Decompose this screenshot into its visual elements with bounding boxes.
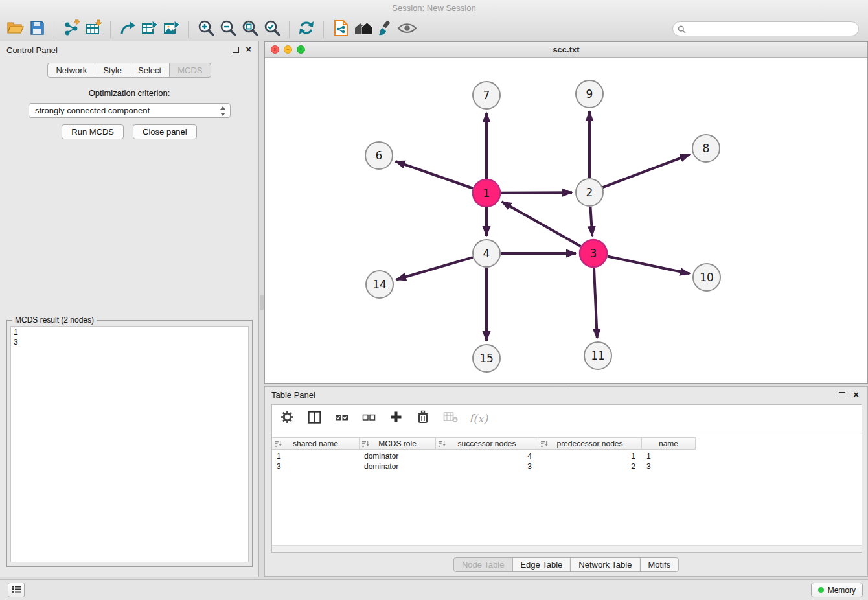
graph-node-2[interactable]: 2 bbox=[576, 179, 603, 206]
export-image-button[interactable] bbox=[161, 18, 183, 40]
import-table-button[interactable] bbox=[82, 18, 104, 40]
style-painter-button[interactable] bbox=[374, 18, 396, 40]
graph-edge-1-2[interactable] bbox=[501, 192, 572, 193]
graph-node-6[interactable]: 6 bbox=[365, 142, 393, 169]
cell-name[interactable]: 3 bbox=[642, 461, 696, 472]
graph-node-14[interactable]: 14 bbox=[366, 271, 393, 298]
graph-node-7[interactable]: 7 bbox=[473, 82, 500, 109]
eye-icon bbox=[397, 22, 417, 37]
graph-node-10[interactable]: 10 bbox=[693, 264, 720, 291]
tab-select[interactable]: Select bbox=[130, 63, 170, 78]
fx-icon: f(x) bbox=[469, 412, 488, 425]
graph-node-15[interactable]: 15 bbox=[473, 345, 500, 372]
graph-edge-2-8[interactable] bbox=[603, 155, 690, 188]
vertical-splitter-handle[interactable] bbox=[260, 295, 264, 310]
table-settings-button[interactable] bbox=[279, 410, 295, 427]
home-layout-button[interactable] bbox=[352, 18, 374, 40]
function-builder-button[interactable]: f(x) bbox=[469, 410, 488, 427]
zoom-out-button[interactable] bbox=[217, 18, 239, 40]
unchecked-boxes-icon bbox=[362, 412, 376, 425]
cell-predecessor-nodes[interactable]: 2 bbox=[538, 461, 642, 472]
zoom-fit-button[interactable] bbox=[239, 18, 261, 40]
graph-node-3[interactable]: 3 bbox=[580, 240, 607, 267]
add-column-button[interactable] bbox=[387, 410, 404, 427]
memory-button[interactable]: Memory bbox=[811, 583, 863, 597]
column-header-name[interactable]: name bbox=[642, 438, 696, 449]
cell-mcds-role[interactable]: dominator bbox=[360, 451, 436, 461]
gear-icon bbox=[280, 410, 294, 426]
close-panel-icon[interactable]: × bbox=[853, 391, 859, 398]
float-panel-icon[interactable] bbox=[839, 392, 845, 398]
cell-successor-nodes[interactable]: 4 bbox=[436, 451, 538, 461]
cell-mcds-role[interactable]: dominator bbox=[360, 461, 436, 472]
column-label: shared name bbox=[293, 439, 338, 448]
graph-node-1[interactable]: 1 bbox=[473, 179, 500, 207]
zoom-in-button[interactable] bbox=[195, 18, 217, 40]
column-header-predecessor-nodes[interactable]: predecessor nodes bbox=[538, 438, 642, 449]
graph-edge-4-14[interactable] bbox=[396, 257, 473, 279]
graph-edge-2-3[interactable] bbox=[590, 207, 592, 236]
tab-edge-table[interactable]: Edge Table bbox=[512, 557, 571, 572]
tab-node-table[interactable]: Node Table bbox=[453, 557, 513, 572]
float-panel-icon[interactable] bbox=[233, 47, 239, 53]
column-header-successor-nodes[interactable]: successor nodes bbox=[436, 438, 538, 449]
select-all-rows-button[interactable] bbox=[333, 410, 350, 427]
column-header-shared-name[interactable]: shared name bbox=[272, 438, 360, 449]
tab-mcds[interactable]: MCDS bbox=[169, 63, 211, 78]
import-network-button[interactable] bbox=[60, 18, 82, 40]
column-header-mcds-role[interactable]: MCDS role bbox=[360, 438, 436, 449]
show-graphics-details-button[interactable] bbox=[396, 18, 418, 40]
mcds-result-item: 3 bbox=[14, 338, 246, 347]
close-window-button[interactable]: × bbox=[271, 45, 279, 54]
cell-shared-name[interactable]: 1 bbox=[272, 451, 360, 461]
toggle-columns-button[interactable] bbox=[306, 410, 323, 427]
cell-shared-name[interactable]: 3 bbox=[272, 461, 360, 472]
minimize-window-button[interactable]: − bbox=[284, 45, 292, 54]
export-network-button[interactable] bbox=[117, 18, 139, 40]
cell-successor-nodes[interactable]: 3 bbox=[436, 461, 538, 472]
delete-column-button[interactable] bbox=[415, 410, 431, 427]
mcds-buttons-row: Run MCDS Close panel bbox=[0, 124, 258, 139]
open-session-button[interactable] bbox=[4, 18, 26, 40]
column-label: MCDS role bbox=[378, 439, 417, 448]
task-history-button[interactable] bbox=[8, 583, 25, 597]
deselect-all-rows-button[interactable] bbox=[360, 410, 377, 427]
graph-edge-3-1[interactable] bbox=[502, 202, 581, 246]
tab-network-table[interactable]: Network Table bbox=[570, 557, 640, 572]
run-mcds-button[interactable]: Run MCDS bbox=[62, 124, 124, 139]
graph-node-8[interactable]: 8 bbox=[692, 135, 720, 162]
graph-node-4[interactable]: 4 bbox=[473, 240, 500, 267]
close-panel-icon[interactable]: × bbox=[246, 45, 251, 53]
zoom-selected-button[interactable] bbox=[261, 18, 283, 40]
graph-node-9[interactable]: 9 bbox=[576, 80, 603, 108]
export-table-button[interactable] bbox=[139, 18, 161, 40]
maximize-window-button[interactable]: + bbox=[297, 45, 305, 54]
table-panel: Table Panel × bbox=[264, 386, 868, 577]
delete-table-button[interactable] bbox=[442, 410, 459, 427]
cell-name[interactable]: 1 bbox=[642, 451, 696, 461]
tab-network[interactable]: Network bbox=[47, 63, 95, 78]
document-export-button[interactable] bbox=[330, 18, 352, 40]
save-session-button[interactable] bbox=[26, 18, 48, 40]
network-canvas[interactable]: 7968124314101511 bbox=[265, 58, 867, 383]
criterion-select[interactable]: strongly connected component bbox=[29, 103, 231, 118]
document-share-icon bbox=[333, 19, 349, 40]
graph-edge-3-10[interactable] bbox=[608, 257, 690, 274]
folder-open-icon bbox=[6, 20, 24, 38]
table-row[interactable]: 3 dominator 3 2 3 bbox=[272, 461, 696, 472]
table-scrollbar-track[interactable] bbox=[272, 545, 862, 552]
tab-motifs[interactable]: Motifs bbox=[639, 557, 679, 572]
table-row[interactable]: 1 dominator 4 1 1 bbox=[272, 451, 696, 461]
graph-edge-3-11[interactable] bbox=[594, 268, 597, 338]
cell-predecessor-nodes[interactable]: 1 bbox=[538, 451, 642, 461]
tab-style[interactable]: Style bbox=[95, 63, 130, 78]
mcds-result-list[interactable]: 1 3 bbox=[10, 326, 249, 562]
menu-list-icon bbox=[12, 584, 21, 596]
graph-edge-1-6[interactable] bbox=[395, 161, 473, 189]
search-input[interactable] bbox=[672, 21, 859, 36]
control-panel: Control Panel × Network Style Select MCD… bbox=[0, 41, 259, 577]
close-panel-button[interactable]: Close panel bbox=[133, 124, 197, 139]
graph-node-label: 15 bbox=[479, 352, 494, 365]
graph-node-11[interactable]: 11 bbox=[584, 342, 611, 369]
apply-layout-button[interactable] bbox=[295, 18, 317, 40]
